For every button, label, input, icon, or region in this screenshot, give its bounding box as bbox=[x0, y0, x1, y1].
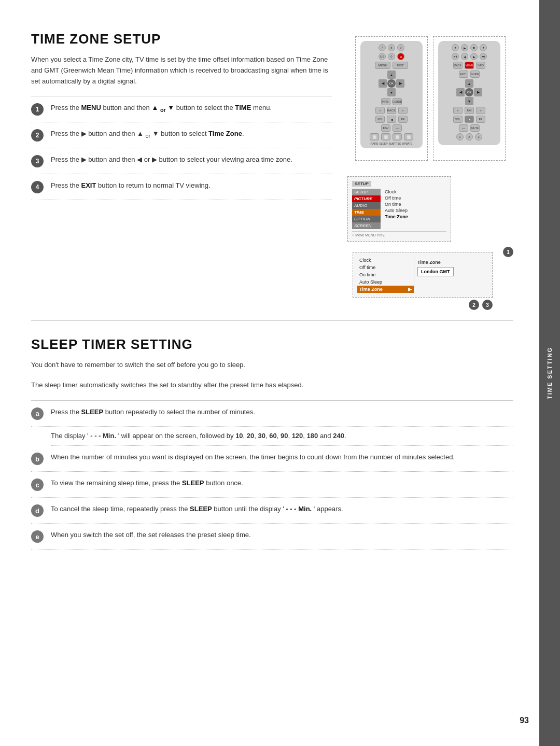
menu-item-autosleep: Auto Sleep bbox=[385, 207, 408, 214]
menu-tab-picture-row: PICTURE bbox=[352, 195, 381, 202]
tz-ontime: On time bbox=[357, 271, 414, 278]
right-sidebar: TIME SETTING bbox=[539, 0, 560, 746]
menu-tab-screen-row: SCREEN bbox=[352, 222, 381, 229]
step-1: 1 Press the MENU button and then ▲ or ▼ … bbox=[31, 96, 332, 122]
time-zone-title: TIME ZONE SETUP bbox=[31, 31, 332, 47]
menu-item-timezone: Time Zone bbox=[385, 214, 408, 220]
sleep-step-e-text: When you switch the set off, the set rel… bbox=[51, 530, 251, 541]
menu-tab-audio-row: AUDIO bbox=[352, 202, 381, 209]
tab-setup: SETUP bbox=[352, 181, 371, 187]
time-zone-intro: When you select a Time Zone city, TV tim… bbox=[31, 54, 332, 87]
sleep-timer-intro2: The sleep timer automatically switches t… bbox=[31, 380, 513, 391]
section-divider bbox=[31, 320, 513, 321]
step-2-text: Press the ▶ button and then ▲ or ▼ butto… bbox=[51, 129, 244, 140]
sleep-steps-list: a Press the SLEEP button repeatedly to s… bbox=[31, 400, 513, 550]
step-circle-2: 2 bbox=[469, 300, 479, 310]
sleep-substep-text: The display ' - - - Min. ' will appear o… bbox=[51, 431, 513, 442]
sidebar-label: TIME SETTING bbox=[547, 347, 553, 399]
step-3: 3 Press the ▶ button and then ◀ or ▶ but… bbox=[31, 148, 332, 174]
step-circle-1: 1 bbox=[503, 247, 513, 257]
remote-1: 7 8 9 US 0 ⊕ MENU EXIT bbox=[355, 36, 428, 161]
menu-hint: ○ Move MENU Prev. bbox=[352, 231, 446, 237]
tz-right-value: London GMT bbox=[417, 267, 454, 276]
tz-autosleep: Auto Sleep bbox=[357, 278, 414, 286]
menu-screenshot: SETUP SETUP PICTURE AUDIO TIME OPTION SC… bbox=[347, 176, 451, 242]
step-badge-4: 4 bbox=[31, 181, 44, 193]
sleep-step-a: a Press the SLEEP button repeatedly to s… bbox=[31, 401, 513, 427]
menu-tab-time-row: TIME bbox=[352, 209, 381, 216]
sleep-step-d: d To cancel the sleep time, repeatedly p… bbox=[31, 498, 513, 524]
menu-tab-option-row: OPTION bbox=[352, 216, 381, 222]
sleep-step-a-text: Press the SLEEP button repeatedly to sel… bbox=[51, 407, 255, 418]
menu-item-ontime: On time bbox=[385, 201, 408, 207]
tz-right-label: Time Zone bbox=[417, 260, 454, 265]
page-number: 93 bbox=[520, 716, 529, 725]
step-badge-2: 2 bbox=[31, 129, 44, 142]
step-2: 2 Press the ▶ button and then ▲ or ▼ but… bbox=[31, 122, 332, 148]
step-badge-a: a bbox=[31, 407, 44, 420]
sleep-step-c-text: To view the remaining sleep time, press … bbox=[51, 478, 243, 489]
sleep-step-c: c To view the remaining sleep time, pres… bbox=[31, 472, 513, 498]
step-badge-e: e bbox=[31, 530, 44, 543]
sleep-step-d-text: To cancel the sleep time, repeatedly pre… bbox=[51, 504, 343, 515]
tz-offtime: Off time bbox=[357, 264, 414, 271]
remote-images: 7 8 9 US 0 ⊕ MENU EXIT bbox=[347, 36, 513, 161]
sleep-step-b-text: When the number of minutes you want is d… bbox=[51, 452, 455, 463]
step-badge-c: c bbox=[31, 478, 44, 491]
sleep-substep-display: The display ' - - - Min. ' will appear o… bbox=[51, 427, 513, 446]
remote-2: ● ▶ ■ ● ⏮ ◀ ▶ ⏭ bbox=[433, 36, 506, 161]
step-4-text: Press the EXIT button to return to norma… bbox=[51, 180, 211, 191]
time-zone-steps: 1 Press the MENU button and then ▲ or ▼ … bbox=[31, 96, 332, 200]
step-badge-d: d bbox=[31, 504, 44, 517]
step-1-text: Press the MENU button and then ▲ or ▼ bu… bbox=[51, 103, 272, 115]
menu-item-offtime: Off time bbox=[385, 195, 408, 201]
sleep-timer-title: SLEEP TIMER SETTING bbox=[31, 336, 513, 353]
menu-tab-setup-row: SETUP bbox=[352, 189, 381, 195]
step-badge-b: b bbox=[31, 453, 44, 465]
sleep-step-e: e When you switch the set off, the set r… bbox=[31, 524, 513, 550]
sleep-timer-section: SLEEP TIMER SETTING You don't have to re… bbox=[31, 336, 513, 550]
sleep-timer-intro1: You don't have to remember to switch the… bbox=[31, 360, 513, 371]
step-circle-3: 3 bbox=[482, 300, 493, 310]
step-4: 4 Press the EXIT button to return to nor… bbox=[31, 174, 332, 200]
menu-right-items: Clock Off time On time Auto Sleep Time Z… bbox=[385, 189, 408, 229]
step-badge-3: 3 bbox=[31, 155, 44, 167]
step-badge-1: 1 bbox=[31, 103, 44, 116]
sleep-step-b: b When the number of minutes you want is… bbox=[31, 446, 513, 472]
step-3-text: Press the ▶ button and then ◀ or ▶ butto… bbox=[51, 154, 292, 165]
step-circles-23: 2 3 bbox=[353, 300, 493, 310]
tz-clock: Clock bbox=[357, 257, 414, 264]
menu-item-clock: Clock bbox=[385, 189, 408, 195]
tz-timezone-active: Time Zone ▶ bbox=[357, 286, 414, 293]
tz-menu-screenshot: Clock Off time On time Auto Sleep Time Z… bbox=[353, 252, 493, 298]
